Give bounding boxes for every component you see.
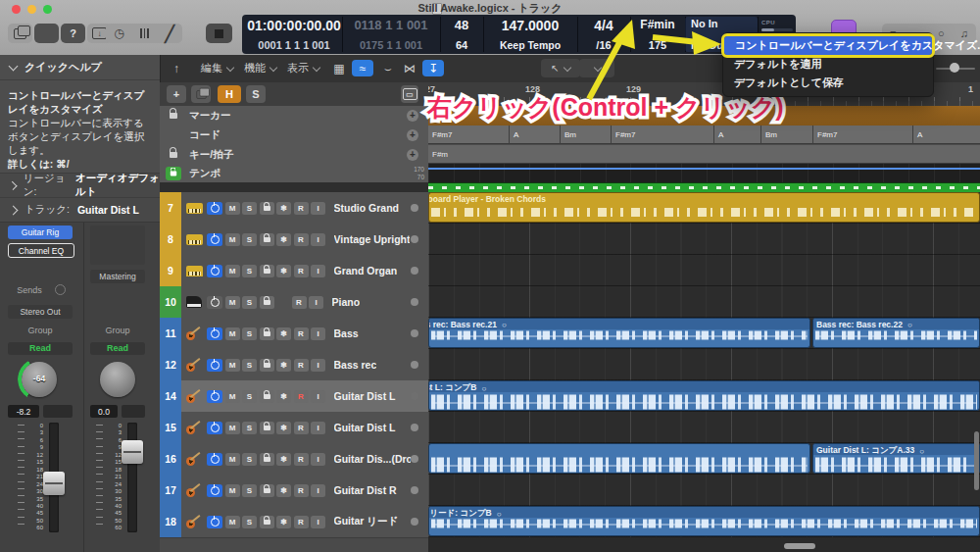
audio-region[interactable] bbox=[428, 443, 810, 474]
view-menu[interactable]: 表示 bbox=[281, 59, 325, 77]
mute-button[interactable]: M bbox=[225, 484, 240, 497]
track-row[interactable]: 15 M S ❄ R I Guitar Dist L bbox=[160, 412, 428, 444]
chord-cell[interactable]: F#m7 bbox=[428, 125, 510, 144]
freeze-button[interactable]: ❄ bbox=[276, 202, 291, 215]
inspector-toggle-button[interactable] bbox=[34, 24, 59, 43]
freeze-button[interactable]: ❄ bbox=[276, 453, 291, 466]
mute-button[interactable]: M bbox=[225, 453, 240, 466]
solo-button[interactable]: S bbox=[242, 265, 257, 277]
lcd-display[interactable]: 01:00:00:00.00 0001 1 1 1 001 0118 1 1 0… bbox=[242, 15, 796, 54]
track-on-button[interactable] bbox=[207, 453, 222, 466]
plugin-slot-guitar-rig[interactable]: Guitar Rig bbox=[8, 226, 73, 239]
region-inspector-header[interactable]: リージョン: オーディオデフォルト bbox=[0, 173, 160, 197]
mute-button[interactable]: M bbox=[225, 359, 240, 372]
freeze-button[interactable]: ❄ bbox=[276, 516, 291, 528]
input-monitor-button[interactable]: I bbox=[311, 390, 325, 403]
track-on-button[interactable] bbox=[207, 296, 222, 309]
chord-cell[interactable]: Bm bbox=[761, 125, 813, 144]
automation-button[interactable]: ≈ bbox=[352, 60, 373, 76]
sends-label[interactable]: Sends bbox=[8, 285, 51, 295]
record-enable-button[interactable]: R bbox=[294, 359, 309, 372]
grid-button[interactable]: ▦ bbox=[328, 60, 350, 76]
crossfade-button[interactable]: ⋈ bbox=[399, 60, 420, 76]
track-row[interactable]: 17 M S ❄ R I Guitar Dist R bbox=[160, 475, 428, 507]
track-name[interactable]: Guitar リード bbox=[334, 515, 399, 528]
mute-button[interactable]: M bbox=[225, 390, 240, 403]
mute-button[interactable]: M bbox=[225, 296, 240, 309]
chord-cell[interactable]: F#m7 bbox=[612, 125, 714, 144]
track-name[interactable]: Piano bbox=[332, 296, 361, 308]
record-enable-button[interactable]: R bbox=[294, 327, 309, 340]
solo-button[interactable]: S bbox=[242, 422, 257, 434]
go-to-beginning-button[interactable]: ↑ bbox=[166, 60, 187, 76]
record-enable-button[interactable]: R bbox=[294, 453, 309, 466]
freeze-button[interactable]: ❄ bbox=[276, 233, 291, 246]
input-monitor-button[interactable]: I bbox=[311, 202, 325, 215]
track-lanes[interactable]: Keyboard Player - Broken Chords Bass rec… bbox=[428, 192, 980, 537]
automation-mode[interactable]: Read bbox=[90, 342, 145, 355]
solo-button[interactable]: S bbox=[242, 390, 257, 403]
chord-cell[interactable]: Bm bbox=[561, 125, 612, 144]
track-inspector-header[interactable]: トラック: Guitar Dist L bbox=[0, 197, 160, 222]
glue-tool-button[interactable]: ⌣ bbox=[377, 60, 399, 76]
track-row[interactable]: 12 M S ❄ R I Bass rec bbox=[160, 349, 428, 381]
chord-cell[interactable]: A bbox=[913, 125, 980, 144]
pan-knob[interactable] bbox=[100, 362, 135, 397]
duplicate-track-button[interactable] bbox=[191, 85, 211, 103]
audio-region[interactable]: Bass rec: Bass rec.21○ bbox=[428, 318, 810, 348]
group-slot[interactable]: Group bbox=[90, 326, 145, 335]
record-enable-button[interactable]: R bbox=[294, 265, 309, 277]
volume-value[interactable]: 0.0 bbox=[90, 405, 118, 418]
global-track-marker[interactable]: マーカー + bbox=[160, 106, 428, 126]
solo-button[interactable]: S bbox=[242, 359, 257, 372]
chord-track-lane[interactable]: F#m7 A Bm F#m7 A Bm F#m7 A bbox=[428, 125, 980, 145]
midi-region[interactable]: Keyboard Player - Broken Chords bbox=[428, 192, 980, 223]
track-name[interactable]: Vintage Upright bbox=[334, 233, 411, 245]
edit-menu[interactable]: 編集 bbox=[195, 59, 239, 77]
plugin-area-empty[interactable] bbox=[90, 226, 145, 265]
chord-cell[interactable]: F#m7 bbox=[813, 125, 913, 144]
tempo-track-lane[interactable] bbox=[428, 164, 980, 182]
track-on-button[interactable] bbox=[207, 265, 222, 277]
protect-button[interactable] bbox=[260, 422, 274, 434]
lcd-tempo[interactable]: 147.0000 Keep Tempo bbox=[483, 15, 577, 54]
mute-button[interactable]: M bbox=[225, 422, 240, 434]
track-row[interactable]: 16 M S ❄ R I Guitar Dis...(Drop D) bbox=[160, 443, 428, 476]
track-on-button[interactable] bbox=[207, 233, 222, 246]
solo-button[interactable]: S bbox=[242, 516, 257, 528]
add-marker-button[interactable]: + bbox=[407, 110, 418, 122]
pan-knob[interactable]: -64 bbox=[22, 362, 57, 397]
freeze-button[interactable]: ❄ bbox=[276, 422, 291, 434]
vertical-scrollbar[interactable] bbox=[974, 431, 979, 490]
command-click-tool-menu[interactable] bbox=[579, 59, 614, 77]
input-monitor-button[interactable]: I bbox=[311, 233, 325, 246]
track-name[interactable]: Grand Organ bbox=[334, 265, 398, 276]
record-enable-button[interactable]: R bbox=[294, 233, 309, 246]
input-monitor-button[interactable]: I bbox=[311, 265, 325, 277]
mute-button[interactable]: M bbox=[225, 202, 240, 215]
add-chord-button[interactable]: + bbox=[407, 129, 418, 141]
volume-fader[interactable]: 0 3 6 9 12 15 18 21 24 30 35 40 45 50 60 bbox=[90, 423, 149, 532]
protect-button[interactable] bbox=[260, 327, 274, 340]
stop-button[interactable] bbox=[206, 24, 232, 43]
input-monitor-button[interactable]: I bbox=[311, 516, 325, 528]
protect-button[interactable] bbox=[260, 516, 274, 528]
track-name[interactable]: Studio Grand bbox=[334, 202, 400, 214]
record-enable-button[interactable]: R bbox=[292, 296, 307, 309]
mixer-button[interactable] bbox=[140, 28, 149, 38]
quick-help-toggle-button[interactable]: ? bbox=[61, 24, 85, 43]
lcd-locators[interactable]: 0118 1 1 001 0175 1 1 001 bbox=[344, 15, 438, 54]
peak-value[interactable] bbox=[122, 405, 145, 418]
track-on-button[interactable] bbox=[207, 516, 222, 528]
group-slot[interactable]: Group bbox=[8, 326, 73, 335]
input-monitor-button[interactable]: I bbox=[311, 359, 325, 372]
protect-button[interactable] bbox=[260, 233, 274, 246]
freeze-button[interactable]: ❄ bbox=[276, 265, 291, 277]
peak-value[interactable] bbox=[43, 405, 73, 418]
track-on-button[interactable] bbox=[207, 484, 222, 497]
chord-cell[interactable]: A bbox=[510, 125, 561, 144]
menu-item-save-as-default[interactable]: デフォルトとして保存 bbox=[723, 74, 933, 92]
plugin-slot-mastering[interactable]: Mastering bbox=[90, 270, 145, 283]
arrange-area[interactable]: 127 128 129 130 131 1 F#m7 A Bm F#m7 A B… bbox=[428, 82, 980, 552]
solo-button[interactable]: S bbox=[242, 202, 257, 215]
